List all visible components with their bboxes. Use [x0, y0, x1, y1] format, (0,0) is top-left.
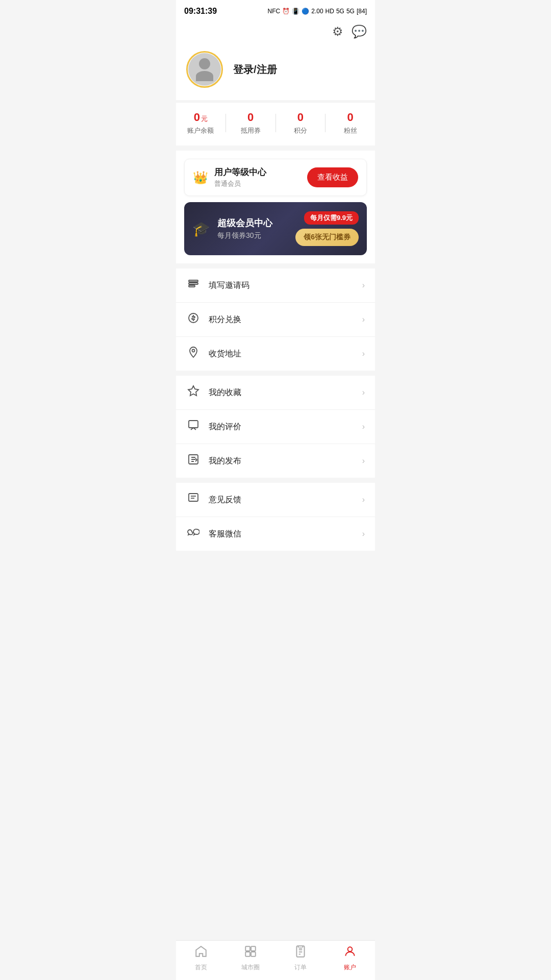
points-label: 积分 [294, 126, 307, 135]
points-exchange-arrow: › [362, 315, 365, 324]
reviews-label: 我的评价 [209, 422, 354, 432]
profile-section: 登录/注册 [176, 43, 375, 100]
publish-arrow: › [362, 456, 365, 465]
svg-rect-6 [189, 421, 198, 428]
menu-item-invite-code[interactable]: 填写邀请码 › [176, 268, 375, 303]
publish-icon [186, 453, 201, 469]
nav-account[interactable]: 账户 [325, 945, 375, 972]
svg-rect-11 [246, 946, 251, 951]
menu-item-reviews[interactable]: 我的评价 › [176, 410, 375, 444]
status-icons: NFC ⏰ 📳 🔵 2.00 HD 5G 5G [84] [268, 8, 367, 15]
svg-point-16 [348, 947, 353, 951]
vip-card-title: 超级会员中心 [217, 217, 272, 229]
account-label: 账户 [344, 963, 356, 972]
coupon-label: 抵用券 [241, 126, 261, 135]
address-arrow: › [362, 349, 365, 358]
feedback-arrow: › [362, 495, 365, 504]
menu-group-3: 意见反馈 › 客服微信 › [176, 483, 375, 551]
wechat-service-label: 客服微信 [209, 529, 354, 540]
balance-label: 账户余额 [187, 126, 214, 135]
account-icon [343, 945, 357, 961]
address-icon [186, 346, 201, 361]
cards-section: 👑 用户等级中心 普通会员 查看收益 🎓 超级会员中心 每月领券30元 每月仅需… [176, 151, 375, 263]
stat-coupon[interactable]: 0 抵用券 [226, 111, 276, 135]
user-level-subtitle: 普通会员 [214, 179, 266, 188]
svg-rect-1 [189, 283, 198, 284]
status-bar: 09:31:39 NFC ⏰ 📳 🔵 2.00 HD 5G 5G [84] [176, 0, 375, 20]
top-header: ⚙ 💬 [176, 20, 375, 43]
svg-rect-13 [246, 952, 251, 957]
svg-marker-5 [188, 386, 198, 396]
bottom-nav: 首页 城市圈 订单 账户 [176, 940, 375, 980]
grad-cap-icon: 🎓 [192, 220, 210, 237]
avatar-wrapper[interactable] [186, 51, 223, 88]
fans-value: 0 [347, 111, 354, 124]
vip-card[interactable]: 🎓 超级会员中心 每月领券30元 每月仅需9.9元 领6张无门槛券 [184, 202, 367, 255]
svg-rect-2 [189, 285, 195, 287]
orders-label: 订单 [294, 963, 307, 972]
view-earnings-button[interactable]: 查看收益 [307, 167, 358, 187]
status-time: 09:31:39 [184, 7, 217, 16]
svg-rect-15 [296, 946, 304, 957]
svg-rect-14 [251, 952, 256, 957]
points-exchange-label: 积分兑换 [209, 314, 354, 325]
menu-group-2: 我的收藏 › 我的评价 › 我的发布 › [176, 376, 375, 478]
points-value: 0 [297, 111, 304, 124]
feedback-label: 意见反馈 [209, 495, 354, 505]
stat-balance[interactable]: 0 元 账户余额 [176, 111, 226, 135]
balance-value: 0 [194, 111, 200, 124]
price-badge: 每月仅需9.9元 [304, 211, 359, 225]
svg-rect-8 [189, 494, 198, 501]
points-exchange-icon [186, 312, 201, 327]
wechat-service-arrow: › [362, 529, 365, 538]
menu-group-1: 填写邀请码 › 积分兑换 › 收货地址 › [176, 268, 375, 371]
balance-unit: 元 [201, 114, 208, 124]
menu-item-address[interactable]: 收货地址 › [176, 337, 375, 371]
home-icon [194, 945, 208, 961]
reviews-icon [186, 419, 201, 434]
menu-item-points-exchange[interactable]: 积分兑换 › [176, 303, 375, 337]
svg-rect-0 [189, 280, 198, 282]
crown-icon: 👑 [193, 170, 208, 185]
user-level-card[interactable]: 👑 用户等级中心 普通会员 查看收益 [184, 159, 367, 196]
home-label: 首页 [195, 963, 207, 972]
login-register-text[interactable]: 登录/注册 [233, 63, 277, 77]
claim-coupon-button[interactable]: 领6张无门槛券 [295, 229, 359, 246]
feedback-icon [186, 492, 201, 507]
stats-row: 0 元 账户余额 0 抵用券 0 积分 0 粉丝 [176, 102, 375, 145]
avatar [188, 53, 221, 86]
menu-item-favorites[interactable]: 我的收藏 › [176, 376, 375, 410]
invite-code-label: 填写邀请码 [209, 280, 354, 291]
reviews-arrow: › [362, 422, 365, 431]
city-circle-icon [244, 945, 257, 961]
vip-card-subtitle: 每月领券30元 [217, 231, 272, 240]
address-label: 收货地址 [209, 349, 354, 359]
orders-icon [294, 945, 307, 961]
menu-item-publish[interactable]: 我的发布 › [176, 444, 375, 478]
menu-item-wechat-service[interactable]: 客服微信 › [176, 517, 375, 551]
invite-code-icon [186, 278, 201, 293]
city-circle-label: 城市圈 [241, 963, 260, 972]
favorites-icon [186, 385, 201, 400]
nav-city-circle[interactable]: 城市圈 [226, 945, 276, 972]
nav-home[interactable]: 首页 [176, 945, 226, 972]
coupon-value: 0 [247, 111, 254, 124]
settings-icon[interactable]: ⚙ [332, 24, 343, 39]
svg-point-4 [192, 350, 195, 352]
menu-item-feedback[interactable]: 意见反馈 › [176, 483, 375, 517]
fans-label: 粉丝 [344, 126, 357, 135]
favorites-arrow: › [362, 388, 365, 397]
stat-fans[interactable]: 0 粉丝 [325, 111, 375, 135]
svg-rect-12 [251, 946, 256, 951]
stat-points[interactable]: 0 积分 [276, 111, 325, 135]
nav-orders[interactable]: 订单 [276, 945, 325, 972]
wechat-service-icon [186, 526, 201, 542]
publish-label: 我的发布 [209, 456, 354, 467]
favorites-label: 我的收藏 [209, 387, 354, 398]
user-level-title: 用户等级中心 [214, 166, 266, 178]
message-icon[interactable]: 💬 [352, 24, 367, 39]
invite-code-arrow: › [362, 281, 365, 290]
